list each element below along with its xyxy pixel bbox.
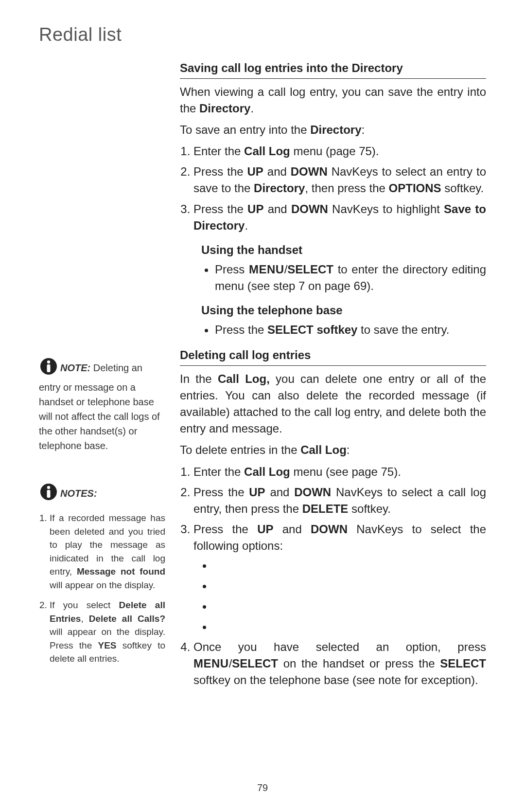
- options-list: [193, 557, 486, 635]
- sub-heading-handset: Using the handset: [180, 242, 486, 258]
- page-layout: NOTE: Deleting an entry or message on a …: [39, 60, 486, 695]
- page-title: Redial list: [39, 24, 486, 45]
- list-item: [213, 577, 486, 594]
- list-item: Press MENU/SELECT to enter the directory…: [215, 261, 486, 294]
- sub-heading-base: Using the telephone base: [180, 302, 486, 319]
- list-item: If you select Delete all Entries, Delete…: [50, 598, 165, 666]
- info-icon: [39, 482, 58, 505]
- list-item: [213, 618, 486, 635]
- list-item: [213, 598, 486, 614]
- svg-rect-2: [47, 364, 51, 372]
- section-heading-deleting: Deleting call log entries: [180, 347, 486, 366]
- info-icon: [39, 357, 58, 380]
- notes-list: If a recorded message has been deleted a…: [39, 511, 165, 666]
- list-item: Press the UP and DOWN NavKeys to select …: [193, 521, 486, 635]
- bullet-list: Press the SELECT softkey to save the ent…: [180, 322, 486, 338]
- sidebar: NOTE: Deleting an entry or message on a …: [39, 60, 165, 695]
- paragraph: When viewing a call log entry, you can s…: [180, 84, 486, 117]
- note-label: NOTE:: [60, 362, 90, 373]
- svg-point-1: [47, 361, 50, 363]
- note-block-1: NOTE: Deleting an entry or message on a …: [39, 357, 165, 453]
- steps-list: Enter the Call Log menu (see page 75). P…: [180, 464, 486, 689]
- bullet-list: Press MENU/SELECT to enter the directory…: [180, 261, 486, 294]
- list-item: Enter the Call Log menu (page 75).: [193, 143, 486, 160]
- svg-point-4: [47, 486, 50, 489]
- svg-rect-5: [47, 490, 51, 498]
- list-item: If a recorded message has been deleted a…: [50, 511, 165, 592]
- list-item: Enter the Call Log menu (see page 75).: [193, 464, 486, 480]
- list-item: Press the SELECT softkey to save the ent…: [215, 322, 486, 338]
- paragraph: In the Call Log, you can delete one entr…: [180, 371, 486, 437]
- list-item: Press the UP and DOWN NavKeys to select …: [193, 484, 486, 517]
- list-item: Press the UP and DOWN NavKeys to highlig…: [193, 201, 486, 234]
- steps-list: Enter the Call Log menu (page 75). Press…: [180, 143, 486, 234]
- list-item: [213, 557, 486, 574]
- note-block-2: NOTES: If a recorded message has been de…: [39, 482, 165, 666]
- section-heading-saving: Saving call log entries into the Directo…: [180, 60, 486, 79]
- paragraph: To save an entry into the Directory:: [180, 122, 486, 138]
- main-content: Saving call log entries into the Directo…: [180, 60, 486, 695]
- page-number: 79: [0, 782, 525, 794]
- list-item: Press the UP and DOWN NavKeys to select …: [193, 163, 486, 197]
- list-item: Once you have selected an option, press …: [193, 639, 486, 688]
- paragraph: To delete entries in the Call Log:: [180, 442, 486, 458]
- notes-label: NOTES:: [60, 488, 97, 499]
